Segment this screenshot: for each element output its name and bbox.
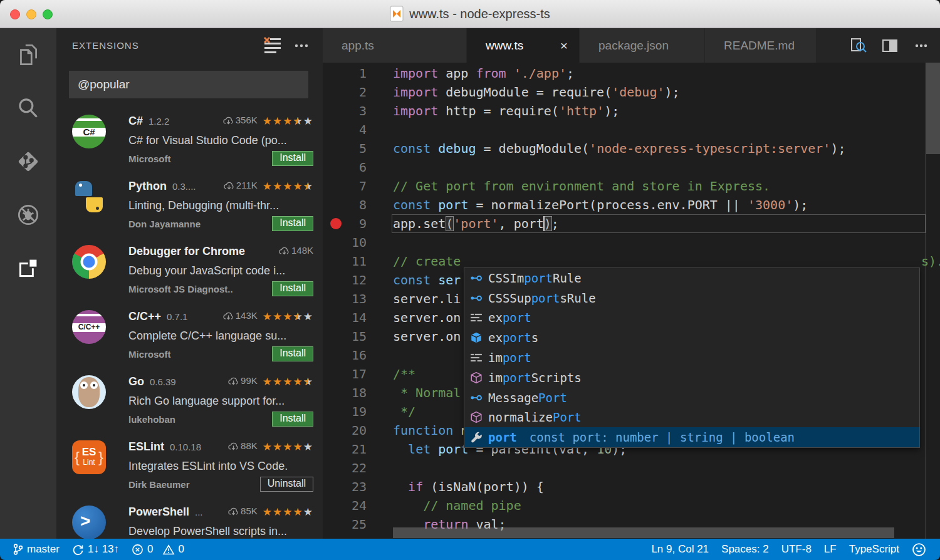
tab-package.json[interactable]: package.json: [580, 28, 705, 63]
eol-sequence[interactable]: LF: [818, 539, 843, 560]
suggestion-item-exports[interactable]: exports: [464, 328, 919, 348]
line-number[interactable]: 16: [323, 346, 367, 365]
wrench-kind-icon: [470, 431, 483, 443]
tab-README.md[interactable]: README.md: [705, 28, 817, 63]
line-number[interactable]: 4: [323, 120, 367, 139]
suggestion-item-import[interactable]: import: [464, 348, 919, 368]
line-number[interactable]: 2: [323, 83, 367, 101]
code-text: const ser: [393, 271, 461, 289]
code-line[interactable]: 5const debug = debugModule('node-express…: [323, 139, 940, 158]
problems-status[interactable]: 0 0: [125, 539, 191, 560]
extension-details: PowerShell...85K★★★★★Develop PowerShell …: [128, 506, 313, 539]
code-line[interactable]: 1import app from './app';: [323, 64, 940, 83]
code-line[interactable]: 4: [323, 120, 940, 139]
activity-bar-explorer-icon[interactable]: [0, 28, 56, 81]
line-number[interactable]: 11: [323, 252, 367, 271]
clear-extensions-filter-icon[interactable]: [263, 37, 283, 54]
tab-close-icon[interactable]: ×: [560, 39, 568, 52]
extension-item[interactable]: Go0.6.3999K★★★★★★Rich Go language suppor…: [56, 367, 323, 432]
feedback-smiley[interactable]: [906, 539, 932, 560]
zoom-window-button[interactable]: [43, 9, 53, 19]
star-full: ★: [263, 311, 273, 323]
line-number[interactable]: 14: [323, 308, 367, 327]
line-number[interactable]: 21: [323, 440, 367, 459]
code-editor[interactable]: 1import app from './app';2import debugMo…: [323, 63, 940, 539]
line-number[interactable]: 9: [323, 214, 367, 233]
line-number[interactable]: 8: [323, 195, 367, 214]
line-number[interactable]: 15: [323, 327, 367, 346]
line-number[interactable]: 23: [323, 477, 367, 496]
install-button[interactable]: Install: [272, 151, 313, 166]
line-number[interactable]: 18: [323, 383, 367, 402]
minimize-window-button[interactable]: [26, 9, 36, 19]
code-line[interactable]: 24 // named pipe: [323, 496, 940, 515]
suggestion-item-export[interactable]: export: [464, 308, 919, 328]
extension-item[interactable]: C#C#1.2.2356K★★★★★★C# for Visual Studio …: [56, 106, 323, 172]
activity-bar-search-icon[interactable]: [0, 81, 56, 135]
suggestion-item-MessagePort[interactable]: MessagePort: [464, 388, 919, 408]
line-number[interactable]: 5: [323, 139, 367, 158]
line-number[interactable]: 3: [323, 101, 367, 120]
sidebar-more-actions-icon[interactable]: [291, 37, 311, 54]
tab-www.ts[interactable]: www.ts×: [467, 28, 580, 63]
code-line[interactable]: 6: [323, 158, 940, 177]
extension-item[interactable]: Debugger for Chrome148KDebug your JavaSc…: [56, 237, 323, 302]
line-number[interactable]: 6: [323, 158, 367, 177]
line-number[interactable]: 24: [323, 496, 367, 515]
sync-status[interactable]: 1↓ 13↑: [66, 539, 125, 560]
line-number[interactable]: 20: [323, 421, 367, 440]
language-mode[interactable]: TypeScript: [843, 539, 906, 560]
line-number[interactable]: 10: [323, 233, 367, 252]
extension-item[interactable]: C/C++C/C++0.7.1143K★★★★★★Complete C/C++ …: [56, 302, 323, 367]
indentation[interactable]: Spaces: 2: [715, 539, 775, 560]
line-number[interactable]: 1: [323, 64, 367, 83]
open-preview-icon[interactable]: [850, 37, 867, 54]
extension-item[interactable]: Python0.3....211K★★★★★★Linting, Debuggin…: [56, 172, 323, 237]
activity-bar-extensions-icon[interactable]: [0, 241, 56, 294]
extension-item[interactable]: >PowerShell...85K★★★★★Develop PowerShell…: [56, 497, 323, 539]
close-window-button[interactable]: [10, 9, 20, 19]
suggestion-item-CSSImportRule[interactable]: CSSImportRule: [464, 268, 919, 288]
window-title: www.ts - node-express-ts: [409, 7, 550, 21]
line-number[interactable]: 13: [323, 289, 367, 308]
activity-bar-debug-icon[interactable]: [0, 188, 56, 241]
extensions-search-input[interactable]: [69, 71, 308, 98]
code-line[interactable]: 23 if (isNaN(port)) {: [323, 477, 940, 496]
code-line[interactable]: 8const port = normalizePort(process.env.…: [323, 195, 940, 214]
code-text: /**: [393, 365, 415, 383]
activity-bar-source-control-icon[interactable]: [0, 135, 56, 188]
line-number[interactable]: 7: [323, 177, 367, 195]
line-number[interactable]: 19: [323, 402, 367, 421]
suggestion-item-CSSSupportsRule[interactable]: CSSSupportsRule: [464, 288, 919, 308]
install-button[interactable]: Install: [272, 216, 313, 231]
horizontal-scrollbar[interactable]: [393, 527, 894, 538]
line-number[interactable]: 12: [323, 271, 367, 289]
code-line[interactable]: 3import http = require('http');: [323, 101, 940, 120]
encoding[interactable]: UTF-8: [775, 539, 818, 560]
more-actions-icon[interactable]: [912, 37, 930, 54]
install-button[interactable]: Install: [272, 346, 313, 361]
split-editor-icon[interactable]: [881, 37, 899, 54]
errors-count: 0: [147, 543, 153, 556]
suggestion-item-normalizePort[interactable]: normalizePort: [464, 407, 919, 427]
suggestion-item-importScripts[interactable]: importScripts: [464, 368, 919, 388]
git-branch-status[interactable]: master: [6, 539, 66, 560]
suggestion-item-port[interactable]: portconst port: number | string | boolea…: [464, 427, 919, 447]
line-number[interactable]: 17: [323, 365, 367, 383]
tab-app.ts[interactable]: app.ts: [323, 28, 467, 63]
install-button[interactable]: Install: [272, 281, 313, 296]
line-number[interactable]: 25: [323, 515, 367, 534]
breakpoint-dot[interactable]: [330, 218, 342, 229]
install-button[interactable]: Install: [272, 412, 313, 427]
code-line[interactable]: 2import debugModule = require('debug');: [323, 83, 940, 101]
cursor-position[interactable]: Ln 9, Col 21: [645, 539, 715, 560]
line-number[interactable]: 22: [323, 459, 367, 477]
extension-item[interactable]: {ESLint}ESLint0.10.1888K★★★★★Integrates …: [56, 432, 323, 497]
code-line[interactable]: 10: [323, 233, 940, 252]
code-line[interactable]: 22: [323, 459, 940, 477]
vertical-scrollbar[interactable]: [926, 63, 940, 154]
code-line[interactable]: 7// Get port from environment and store …: [323, 177, 940, 195]
uninstall-button[interactable]: Uninstall: [260, 477, 313, 492]
code-line[interactable]: 9app.set('port', port);: [323, 214, 940, 233]
extensions-list: C#C#1.2.2356K★★★★★★C# for Visual Studio …: [56, 106, 323, 539]
